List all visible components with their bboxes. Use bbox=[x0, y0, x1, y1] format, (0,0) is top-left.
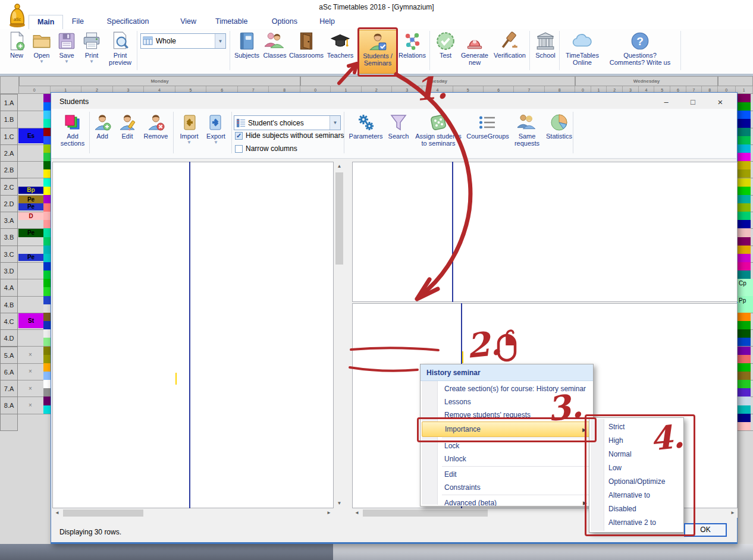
class-row-header-3.C[interactable]: 3.C bbox=[0, 246, 18, 263]
context-menu-item-importance[interactable]: Importance▶ bbox=[422, 421, 592, 437]
toolbar-button-subjects[interactable]: Subjects bbox=[233, 30, 261, 73]
scroll-up-icon[interactable]: ▲ bbox=[334, 162, 344, 171]
toolbar-button-questions?[interactable]: ?Questions?Comments? Write us bbox=[603, 30, 677, 73]
toolbar-button-open[interactable]: Open▼ bbox=[30, 30, 54, 73]
menu-tab-main[interactable]: Main bbox=[29, 15, 63, 29]
close-button[interactable]: × bbox=[711, 97, 729, 108]
toolbar-button-school[interactable]: School bbox=[531, 30, 560, 73]
toolbar-button-test[interactable]: Test bbox=[433, 30, 458, 73]
toolbar-button-classrooms[interactable]: Classrooms bbox=[289, 30, 324, 73]
class-row-header-3.A[interactable]: 3.A bbox=[0, 212, 18, 229]
toolbar-button-timetables[interactable]: TimeTablesOnline bbox=[563, 30, 602, 73]
horizontal-scrollbar[interactable]: ◄► bbox=[52, 508, 334, 518]
scroll-down-icon[interactable]: ▼ bbox=[334, 499, 344, 508]
chevron-down-icon[interactable]: ▼ bbox=[55, 59, 79, 64]
toolbar-button-classes[interactable]: Classes bbox=[262, 30, 288, 73]
scroll-right-icon[interactable]: ► bbox=[728, 508, 738, 518]
chevron-down-icon[interactable]: ▼ bbox=[30, 59, 54, 64]
scrollbar-thumb[interactable] bbox=[63, 509, 143, 517]
context-menu-item-create-section-s-for-course-hi[interactable]: Create section(s) for course: History se… bbox=[422, 382, 592, 395]
class-row-header-5.A[interactable]: 5.A bbox=[0, 347, 18, 364]
maximize-button[interactable]: □ bbox=[684, 97, 702, 108]
class-row-header-6.A[interactable]: 6.A bbox=[0, 363, 18, 380]
view-combo[interactable]: Whole▼ bbox=[140, 33, 226, 49]
submenu-item-optional-optimize[interactable]: Optional/Optimize bbox=[591, 475, 681, 489]
scroll-left-icon[interactable]: ◄ bbox=[352, 508, 362, 518]
dialog-toolbar-statistics[interactable]: Statistics bbox=[544, 113, 575, 140]
class-row-header-2.D[interactable]: 2.D bbox=[0, 195, 18, 212]
toolbar-button-new[interactable]: New bbox=[5, 30, 29, 73]
chevron-down-icon[interactable]: ▼ bbox=[80, 59, 103, 64]
filter-combo[interactable]: Student's choices ▼ bbox=[234, 115, 341, 130]
dialog-toolbar-edit[interactable]: Edit bbox=[115, 113, 139, 140]
submenu-item-low[interactable]: Low bbox=[591, 461, 681, 475]
context-menu-item-remove-students-requests[interactable]: Remove students' requests bbox=[422, 408, 592, 421]
vertical-scrollbar[interactable]: ▲▼ bbox=[334, 162, 344, 508]
toolbar-button-students-[interactable]: Students /Seminars bbox=[359, 30, 397, 74]
class-row-header-1.B[interactable]: 1.B bbox=[0, 111, 18, 128]
dialog-toolbar-same[interactable]: Samerequests bbox=[512, 113, 542, 147]
context-menu-item-edit[interactable]: Edit bbox=[422, 468, 592, 481]
menu-tab-view[interactable]: View bbox=[172, 15, 205, 29]
submenu-item-high[interactable]: High bbox=[591, 434, 681, 448]
chevron-down-icon[interactable]: ▼ bbox=[176, 140, 202, 145]
toolbar-button-print[interactable]: Printpreview bbox=[104, 30, 136, 73]
class-row-header-1.C[interactable]: 1.C bbox=[0, 128, 18, 145]
scroll-right-icon[interactable]: ► bbox=[324, 508, 334, 518]
menu-tab-timetable[interactable]: Timetable bbox=[207, 15, 256, 29]
toolbar-button-generate[interactable]: Generatenew bbox=[459, 30, 491, 73]
menu-tab-help[interactable]: Help bbox=[311, 15, 343, 29]
minimize-button[interactable]: – bbox=[657, 97, 675, 108]
toolbar-button-verification[interactable]: Verification bbox=[491, 30, 528, 73]
class-row-header-4.D[interactable]: 4.D bbox=[0, 329, 18, 347]
lesson-chip bbox=[738, 195, 751, 203]
ok-button[interactable]: OK bbox=[684, 523, 727, 537]
dialog-toolbar-remove[interactable]: Remove bbox=[140, 113, 171, 140]
class-row-header-7.A[interactable]: 7.A bbox=[0, 380, 18, 397]
dialog-toolbar-export[interactable]: Export▼ bbox=[203, 113, 229, 145]
toolbar-separator bbox=[231, 112, 232, 153]
chevron-down-icon[interactable]: ▼ bbox=[215, 34, 225, 48]
context-menu-item-advanced-beta-[interactable]: Advanced (beta)▶ bbox=[422, 496, 592, 506]
class-row-header-8.A[interactable]: 8.A bbox=[0, 397, 18, 414]
class-row-header-4.C[interactable]: 4.C bbox=[0, 313, 18, 330]
scrollbar-thumb[interactable] bbox=[363, 509, 488, 517]
toolbar-button-save[interactable]: Save▼ bbox=[55, 30, 79, 73]
scroll-left-icon[interactable]: ◄ bbox=[52, 508, 62, 518]
chevron-down-icon[interactable]: ▼ bbox=[203, 140, 229, 145]
context-menu-item-lock[interactable]: Lock bbox=[422, 439, 592, 452]
context-menu-item-unlock[interactable]: Unlock bbox=[422, 452, 592, 465]
dialog-toolbar-add[interactable]: Add bbox=[90, 113, 114, 140]
submenu-item-alternative-2-to[interactable]: Alternative 2 to bbox=[591, 516, 681, 530]
menu-tab-specification[interactable]: Specification bbox=[99, 15, 158, 29]
class-row-header-2.B[interactable]: 2.B bbox=[0, 161, 18, 178]
class-row-header-1.A[interactable]: 1.A bbox=[0, 94, 18, 111]
submenu-item-alternative-to[interactable]: Alternative to bbox=[591, 489, 681, 502]
hide-subjects-checkbox[interactable]: ✓ Hide subjects without seminars bbox=[235, 131, 344, 140]
scrollbar-thumb[interactable] bbox=[335, 172, 343, 265]
class-row-header-4.B[interactable]: 4.B bbox=[0, 296, 18, 313]
submenu-item-disabled[interactable]: Disabled bbox=[591, 502, 681, 516]
class-row-header-2.C[interactable]: 2.C bbox=[0, 178, 18, 196]
class-row-header-3.D[interactable]: 3.D bbox=[0, 262, 18, 279]
menu-tab-file[interactable]: File bbox=[64, 15, 92, 29]
menu-tab-options[interactable]: Options bbox=[263, 15, 306, 29]
class-row-header-2.A[interactable]: 2.A bbox=[0, 144, 18, 162]
context-menu-item-lessons[interactable]: Lessons bbox=[422, 395, 592, 408]
dialog-toolbar-add[interactable]: Addsections bbox=[57, 113, 88, 147]
dialog-toolbar-import[interactable]: Import▼ bbox=[176, 113, 202, 145]
narrow-columns-checkbox[interactable]: Narrow columns bbox=[235, 144, 297, 153]
class-row-header-4.A[interactable]: 4.A bbox=[0, 279, 18, 296]
class-row-header-3.B[interactable]: 3.B bbox=[0, 228, 18, 246]
dialog-toolbar-coursegroups[interactable]: CourseGroups bbox=[465, 113, 510, 140]
toolbar-button-teachers[interactable]: Teachers bbox=[325, 30, 356, 73]
submenu-item-strict[interactable]: Strict bbox=[591, 420, 681, 434]
toolbar-button-relations[interactable]: Relations bbox=[397, 30, 428, 73]
dialog-toolbar-assign-students[interactable]: Assign studentsto seminars bbox=[413, 113, 464, 147]
dialog-toolbar-search[interactable]: Search bbox=[385, 113, 412, 140]
chevron-down-icon[interactable]: ▼ bbox=[330, 116, 340, 130]
toolbar-button-print[interactable]: Print▼ bbox=[80, 30, 103, 73]
submenu-item-normal[interactable]: Normal bbox=[591, 448, 681, 461]
context-menu-item-constraints[interactable]: Constraints bbox=[422, 481, 592, 494]
dialog-toolbar-parameters[interactable]: Parameters bbox=[347, 113, 384, 140]
